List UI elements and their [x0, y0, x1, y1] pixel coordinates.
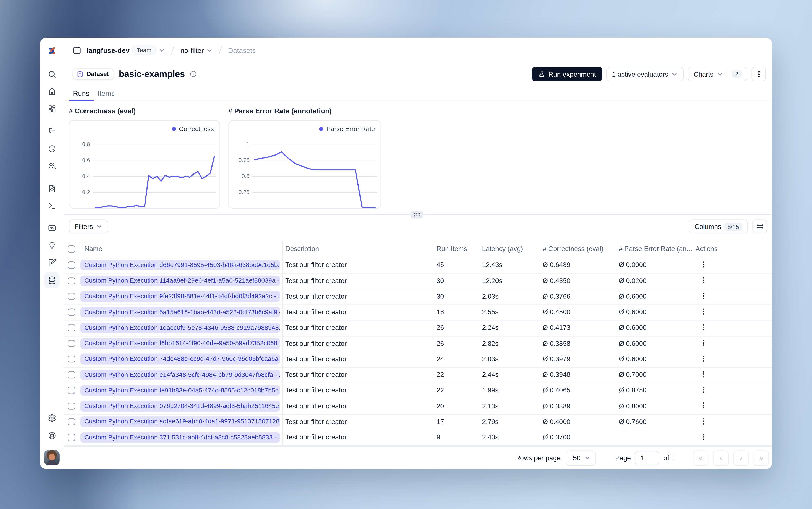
run-name-link[interactable]: Custom Python Execution d66e7991-8595-45… [80, 260, 280, 271]
app-window: langfuse-dev Team no-filter Datasets D [40, 38, 772, 469]
run-description: Test our filter creator [285, 430, 347, 445]
run-name-link[interactable]: Custom Python Execution 114aa9ef-29e6-4e… [80, 275, 280, 286]
table-row: Custom Python Execution fe91b83e-04a5-47… [64, 383, 772, 399]
correctness-value: Ø 0.3858 [543, 336, 570, 351]
select-all-checkbox[interactable] [68, 245, 75, 252]
row-actions-button[interactable] [700, 308, 708, 315]
run-name-link[interactable]: Custom Python Execution 74de488e-ec9d-47… [80, 354, 280, 364]
columns-button[interactable]: Columns 8/15 [689, 219, 748, 234]
sidebar-collapse-icon[interactable] [73, 46, 81, 55]
column-header-run-items: Run Items [437, 240, 467, 258]
table-header-row: Name Description Run Items Latency (avg)… [64, 240, 772, 259]
legend-label: Parse Error Rate [326, 125, 375, 132]
chart-title-parse-error: # Parse Error Rate (annotation) [228, 107, 332, 115]
langfuse-logo-icon[interactable] [46, 46, 57, 55]
row-actions-button[interactable] [700, 417, 708, 425]
run-items-value: 9 [437, 430, 440, 445]
sidebar-item-support[interactable] [45, 429, 58, 442]
active-evaluators-button[interactable]: 1 active evaluators [606, 67, 684, 81]
tab-items[interactable]: Items [93, 88, 119, 100]
sidebar-item-search[interactable] [45, 68, 58, 80]
row-actions-button[interactable] [700, 386, 708, 394]
sidebar-item-users[interactable] [45, 160, 58, 172]
row-checkbox[interactable] [68, 293, 75, 300]
breadcrumb-project[interactable]: langfuse-dev Team [87, 45, 165, 55]
breadcrumb-environment[interactable]: no-filter [180, 46, 213, 54]
sidebar-item-prompts[interactable] [45, 182, 58, 195]
info-icon[interactable] [190, 70, 197, 77]
sidebar-item-datasets[interactable] [44, 272, 60, 288]
row-actions-button[interactable] [700, 292, 708, 300]
row-checkbox[interactable] [68, 324, 75, 331]
row-checkbox[interactable] [68, 387, 75, 394]
charts-toggle-button[interactable]: Charts 2 [688, 67, 747, 81]
row-actions-button[interactable] [700, 354, 708, 363]
row-checkbox[interactable] [68, 371, 75, 378]
filters-button[interactable]: Filters [69, 219, 108, 234]
row-checkbox[interactable] [68, 418, 75, 425]
sidebar-item-sessions[interactable] [45, 142, 58, 155]
sidebar-item-dashboards[interactable] [45, 102, 58, 115]
row-checkbox[interactable] [68, 309, 75, 315]
row-checkbox[interactable] [68, 434, 75, 441]
row-actions-button[interactable] [700, 261, 708, 269]
row-actions-button[interactable] [700, 433, 708, 441]
sidebar-item-settings[interactable] [45, 411, 58, 424]
run-name-link[interactable]: Custom Python Execution fe91b83e-04a5-47… [80, 385, 280, 396]
run-experiment-button[interactable]: Run experiment [532, 67, 602, 81]
y-axis-tick-label: 0.2 [69, 189, 90, 195]
row-height-button[interactable] [752, 219, 767, 234]
main-content: langfuse-dev Team no-filter Datasets D [64, 38, 772, 469]
sidebar-item-evaluation[interactable] [45, 222, 58, 234]
parse-error-value: Ø 0.0000 [619, 258, 646, 273]
breadcrumb-section[interactable]: Datasets [228, 46, 256, 54]
run-name-link[interactable]: Custom Python Execution 076b2704-341d-48… [80, 401, 280, 411]
charts-label: Charts [693, 70, 713, 78]
row-checkbox[interactable] [68, 355, 75, 363]
row-actions-button[interactable] [700, 276, 708, 284]
filters-label: Filters [74, 223, 93, 231]
sidebar-item-tracing[interactable] [45, 125, 58, 137]
parse-error-value: Ø 0.6000 [619, 336, 646, 351]
table-row: Custom Python Execution adfae619-abb0-4d… [64, 414, 772, 430]
table-row: Custom Python Execution 74de488e-ec9d-47… [64, 351, 772, 368]
row-actions-button[interactable] [700, 339, 708, 347]
page-number-input[interactable] [635, 451, 659, 465]
row-checkbox[interactable] [68, 277, 75, 284]
page-actions-button[interactable] [751, 67, 766, 81]
run-name-link[interactable]: Custom Python Execution 371f531c-abff-4d… [80, 432, 280, 443]
run-description: Test our filter creator [285, 336, 347, 351]
first-page-button[interactable]: « [693, 450, 708, 466]
user-avatar[interactable] [44, 450, 60, 466]
tab-runs[interactable]: Runs [69, 88, 94, 101]
row-checkbox[interactable] [68, 340, 75, 347]
sidebar-item-insights[interactable] [45, 239, 58, 251]
chevron-down-icon [671, 71, 678, 77]
latency-value: 2.44s [482, 367, 499, 383]
run-name-link[interactable]: Custom Python Execution 1daec0f9-5e78-43… [80, 323, 280, 333]
rows-per-page-select[interactable]: 50 [567, 450, 596, 466]
line-chart-canvas [69, 121, 219, 208]
row-actions-button[interactable] [700, 402, 708, 410]
run-name-link[interactable]: Custom Python Execution adfae619-abb0-4d… [80, 416, 280, 427]
table-toolbar: Filters Columns 8/15 [69, 219, 767, 234]
run-name-link[interactable]: Custom Python Execution 5a15a616-1bab-44… [80, 307, 280, 317]
last-page-button[interactable]: » [753, 450, 769, 466]
row-actions-button[interactable] [700, 370, 708, 378]
row-checkbox[interactable] [68, 402, 75, 409]
row-actions-button[interactable] [700, 323, 708, 331]
sidebar-item-annotation[interactable] [45, 256, 58, 269]
next-page-button[interactable]: › [733, 450, 749, 466]
run-items-value: 24 [437, 351, 444, 367]
run-name-link[interactable]: Custom Python Execution 9fe23f98-881e-44… [80, 291, 280, 302]
previous-page-button[interactable]: ‹ [713, 450, 729, 466]
run-items-value: 26 [437, 320, 444, 336]
sidebar-item-playground[interactable] [45, 199, 58, 212]
run-name-link[interactable]: Custom Python Execution e14fa348-5cfc-49… [80, 370, 280, 380]
resize-handle[interactable] [411, 211, 423, 218]
sidebar-item-home[interactable] [45, 85, 58, 97]
row-checkbox[interactable] [68, 262, 75, 269]
table-row: Custom Python Execution 1daec0f9-5e78-43… [64, 320, 772, 336]
run-name-link[interactable]: Custom Python Execution f6bb1614-1f90-40… [80, 338, 280, 349]
dataset-badge-label: Dataset [87, 70, 109, 77]
